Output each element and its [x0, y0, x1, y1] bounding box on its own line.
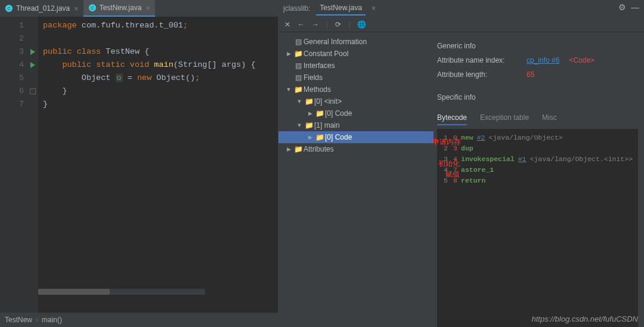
web-button[interactable]: 🌐	[357, 20, 366, 29]
run-icon[interactable]	[30, 62, 35, 68]
tree-row[interactable]: ▶📁Constant Pool	[278, 48, 434, 60]
chevron-right-icon[interactable]: ▶	[306, 134, 314, 140]
bc-line: 2	[442, 143, 448, 154]
bytecode-row: 10new #2 <java/lang/Object>	[442, 132, 633, 143]
editor-tab-thread012[interactable]: C Thread_012.java ×	[0, 0, 83, 17]
tree-row[interactable]: ▼📁[1] main	[278, 119, 434, 131]
label: Attribute length:	[437, 70, 521, 79]
code-editor[interactable]: 1 2 3 4 5 6 7 - package com.fufu.thread.…	[0, 17, 278, 313]
close-icon[interactable]: ×	[145, 4, 150, 13]
document-icon: ▤	[293, 38, 304, 46]
code-content[interactable]: package com.fufu.thread.t_001; public cl…	[38, 17, 278, 313]
attr-length-value: 65	[527, 70, 534, 79]
horizontal-scrollbar[interactable]	[38, 289, 205, 295]
details-panel: Generic info Attribute name index: cp_in…	[434, 32, 644, 327]
fold-icon[interactable]: -	[30, 88, 36, 94]
java-file-icon: C	[88, 4, 97, 12]
bc-offset: 0	[451, 132, 457, 143]
tree-row[interactable]: ▤General Information	[278, 36, 434, 48]
chevron-down-icon[interactable]: ▼	[284, 87, 293, 92]
code-tag: <Code>	[569, 56, 595, 64]
close-button[interactable]: ✕	[284, 20, 290, 29]
bc-line: 4	[442, 165, 448, 175]
keyword: public	[43, 47, 77, 56]
reload-button[interactable]: ⟳	[335, 20, 341, 29]
svg-text:C: C	[91, 5, 94, 11]
java-file-icon: C	[5, 4, 13, 13]
class-tree: ▤General Information▶📁Constant Pool▤Inte…	[278, 32, 434, 327]
label: Attribute name index:	[437, 56, 521, 64]
panel-toolbar: ✕ ← → | ⟳ | 🌐	[278, 17, 644, 32]
bc-offset: 4	[451, 154, 457, 165]
chevron-right-icon[interactable]: ▶	[284, 146, 293, 152]
bytecode-row: 58return	[442, 175, 633, 186]
breadcrumb-item[interactable]: TestNew	[5, 316, 32, 324]
bytecode-row: 47astore_1	[442, 165, 633, 175]
keyword: package	[43, 21, 77, 30]
document-icon: ▤	[293, 61, 304, 70]
run-icon[interactable]	[30, 49, 35, 55]
tree-row[interactable]: ▤Fields	[278, 72, 434, 84]
bc-comment: <java/lang/Object>	[489, 132, 563, 143]
panel-header: jclasslib: TestNew.java × ⚙ —	[278, 0, 644, 17]
close-icon[interactable]: ×	[371, 4, 376, 13]
folder-icon: 📁	[304, 97, 314, 106]
editor-tab-label: TestNew.java	[100, 4, 142, 12]
bc-line: 3	[442, 154, 448, 165]
tree-label: [0] Code	[325, 133, 352, 141]
chevron-down-icon[interactable]: ▼	[295, 98, 304, 104]
tree-label: [0] <init>	[314, 97, 342, 106]
chevron-right-icon[interactable]: ▶	[306, 110, 314, 116]
panel-tab[interactable]: TestNew.java	[316, 1, 366, 16]
line-number: 2	[0, 32, 24, 45]
scrollbar-thumb[interactable]	[38, 289, 110, 295]
type: Object	[82, 73, 116, 82]
tree-row[interactable]: ▶📁[0] Code	[278, 107, 434, 119]
bc-cp-ref[interactable]: #1	[518, 154, 527, 165]
chevron-right-icon: ›	[36, 316, 38, 324]
forward-button[interactable]: →	[312, 20, 319, 29]
keyword: public	[62, 60, 96, 69]
minimize-icon[interactable]: —	[631, 2, 639, 12]
tree-row[interactable]: ▶📁[0] Code	[278, 131, 434, 143]
bc-opcode: new	[461, 132, 473, 143]
tab-bytecode[interactable]: Bytecode	[437, 113, 467, 125]
bytecode-view: 10new #2 <java/lang/Object>23dup34invoke…	[437, 129, 638, 327]
tab-misc[interactable]: Misc	[542, 113, 557, 125]
method-name: main	[154, 60, 173, 69]
chevron-down-icon[interactable]: ▼	[295, 122, 304, 128]
cp-info-link[interactable]: cp_info #6	[527, 56, 559, 64]
class-name: TestNew	[106, 47, 144, 56]
bc-cp-ref[interactable]: #2	[477, 132, 485, 143]
punct: ;	[195, 73, 200, 82]
bc-offset: 7	[451, 165, 457, 175]
tree-label: [0] Code	[325, 109, 352, 118]
keyword: new	[137, 73, 156, 82]
panel-body: ▤General Information▶📁Constant Pool▤Inte…	[278, 32, 644, 327]
separator: |	[326, 20, 328, 29]
line-number: 1	[0, 19, 24, 32]
tree-row[interactable]: ▤Interfaces	[278, 60, 434, 72]
bc-opcode: invokespecial	[461, 154, 515, 165]
breadcrumb-item[interactable]: main()	[42, 316, 62, 324]
tree-label: Constant Pool	[304, 50, 348, 58]
watermark: https://blog.csdn.net/fufuCSDN	[532, 314, 638, 323]
document-icon: ▤	[293, 73, 304, 82]
line-number: 5	[0, 72, 24, 85]
tab-exception-table[interactable]: Exception table	[480, 113, 529, 125]
back-button[interactable]: ←	[298, 20, 305, 29]
editor-tab-testnew[interactable]: C TestNew.java ×	[83, 0, 155, 17]
tree-row[interactable]: ▼📁Methods	[278, 84, 434, 95]
attr-length-row: Attribute length: 65	[437, 70, 638, 79]
brace: }	[62, 87, 67, 95]
tree-label: General Information	[304, 38, 367, 46]
close-icon[interactable]: ×	[74, 4, 79, 13]
tree-row[interactable]: ▶📁Attributes	[278, 143, 434, 155]
folder-icon: 📁	[293, 145, 304, 153]
gear-icon[interactable]: ⚙	[618, 2, 626, 12]
folder-icon: 📁	[314, 133, 325, 141]
tree-label: Interfaces	[304, 61, 335, 70]
tree-row[interactable]: ▼📁[0] <init>	[278, 95, 434, 107]
tree-label: Attributes	[304, 145, 334, 153]
chevron-right-icon[interactable]: ▶	[284, 51, 293, 57]
